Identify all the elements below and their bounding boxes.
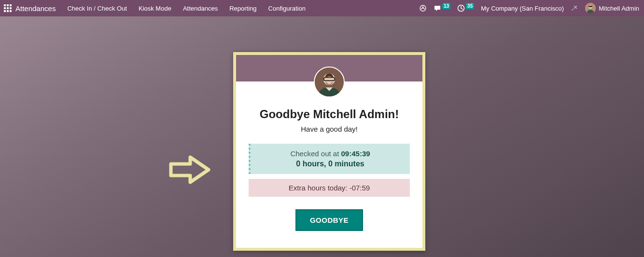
subtext: Have a good day! — [236, 125, 422, 133]
user-menu[interactable]: Mitchell Admin — [585, 3, 639, 14]
svg-rect-5 — [588, 6, 592, 7]
debug-icon[interactable] — [571, 4, 578, 12]
menu-attendances[interactable]: Attendances — [183, 5, 218, 12]
messages-icon[interactable]: 13 — [434, 4, 450, 12]
activities-icon[interactable]: 35 — [457, 4, 474, 12]
user-avatar-large — [314, 67, 345, 97]
support-icon[interactable] — [419, 4, 427, 12]
greeting-text: Goodbye Mitchell Admin! — [236, 108, 422, 121]
checkout-time-line: Checked out at 09:45:39 — [255, 149, 405, 158]
company-selector[interactable]: My Company (San Francisco) — [481, 5, 564, 12]
checkout-prefix: Checked out at — [290, 149, 341, 158]
card-body: Goodbye Mitchell Admin! Have a good day!… — [236, 81, 422, 231]
goodbye-button[interactable]: GOODBYE — [295, 209, 363, 231]
arrow-annotation — [169, 155, 210, 184]
menu-configuration[interactable]: Configuration — [268, 5, 306, 12]
messages-badge: 13 — [442, 3, 450, 9]
worked-duration: 0 hours, 0 minutes — [255, 160, 405, 168]
menu-checkin-checkout[interactable]: Check In / Check Out — [67, 5, 127, 12]
extra-hours-box: Extra hours today: -07:59 — [249, 179, 410, 197]
user-name: Mitchell Admin — [599, 5, 639, 12]
checkout-time: 09:45:39 — [341, 149, 370, 158]
menu-kiosk-mode[interactable]: Kiosk Mode — [139, 5, 171, 12]
menu-reporting[interactable]: Reporting — [229, 5, 256, 12]
apps-icon[interactable] — [4, 4, 12, 12]
checkout-info-box: Checked out at 09:45:39 0 hours, 0 minut… — [249, 144, 410, 174]
checkout-card: Goodbye Mitchell Admin! Have a good day!… — [233, 52, 425, 251]
app-brand[interactable]: Attendances — [15, 4, 56, 13]
top-navbar: Attendances Check In / Check Out Kiosk M… — [0, 0, 644, 16]
svg-point-1 — [422, 6, 424, 8]
activities-badge: 35 — [466, 3, 474, 9]
extra-hours-prefix: Extra hours today: — [289, 184, 350, 192]
nav-right: 13 35 My Company (San Francisco) Mitchel… — [419, 3, 639, 14]
nav-left: Attendances Check In / Check Out Kiosk M… — [4, 4, 317, 13]
extra-hours-value: -07:59 — [350, 184, 370, 192]
user-avatar-small — [585, 3, 596, 14]
